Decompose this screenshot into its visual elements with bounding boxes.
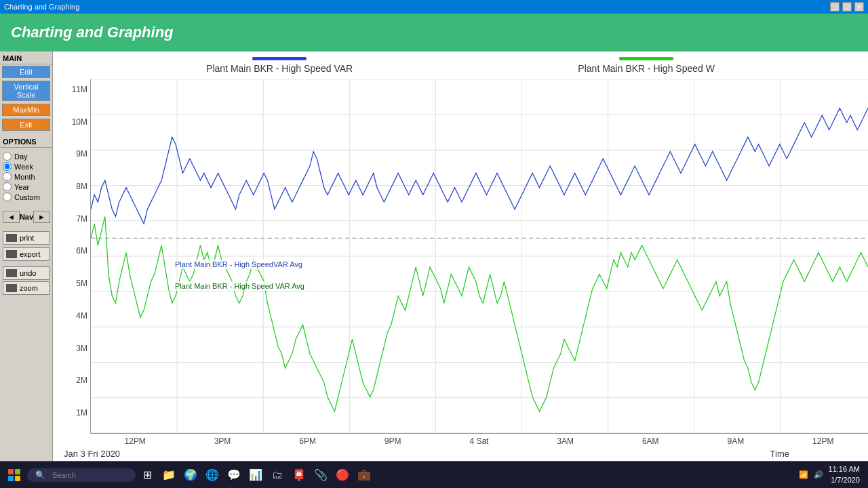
options-section-label: OPTIONS: [0, 135, 52, 148]
x-label-3am: 3AM: [557, 436, 574, 446]
edit-button[interactable]: Edit: [2, 66, 50, 78]
taskbar-teams-icon[interactable]: 💬: [224, 465, 244, 485]
radio-week-label: Week: [14, 163, 33, 171]
window-title: Charting and Graphing: [4, 3, 79, 11]
taskbar-edge-icon[interactable]: 🌍: [180, 465, 201, 485]
y-label-1m: 1M: [56, 408, 87, 418]
radio-custom-label: Custom: [14, 193, 40, 201]
taskbar-excel-icon[interactable]: 📊: [245, 465, 266, 485]
radio-custom[interactable]: Custom: [3, 192, 50, 201]
y-label-4m: 4M: [56, 311, 87, 321]
x-labels: 12PM 3PM 6PM 9PM 4 Sat 3AM 6AM 9AM 12PM: [90, 434, 868, 449]
x-label-6pm: 6PM: [299, 436, 316, 446]
clock-date: 1/7/2020: [829, 475, 860, 485]
taskbar-app3-icon[interactable]: 💼: [354, 465, 374, 485]
print-label: print: [20, 234, 34, 242]
export-label: export: [20, 250, 41, 258]
time-range-options: Day Week Month Year Custom: [0, 148, 52, 205]
search-placeholder: Search: [52, 471, 76, 479]
y-label-3m: 3M: [56, 344, 87, 353]
x-label-3pm: 3PM: [214, 436, 231, 446]
chart-inner: 11M 10M 9M 8M 7M 6M 5M 4M 3M 2M 1M: [53, 79, 868, 434]
y-axis: 11M 10M 9M 8M 7M 6M 5M 4M 3M 2M 1M: [53, 79, 90, 434]
undo-label: undo: [20, 269, 36, 277]
y-label-6m: 6M: [56, 246, 87, 256]
radio-week[interactable]: Week: [3, 162, 50, 171]
taskbar-app2-icon[interactable]: 📎: [311, 465, 331, 485]
x-bottom: Jan 3 Fri 2020 Time: [53, 449, 868, 459]
x-label-4sat: 4 Sat: [469, 436, 488, 446]
legend-series1: Plant Main BKR - High Speed VAR: [206, 57, 353, 74]
legend-series2-label: Plant Main BKR - High Speed W: [578, 63, 715, 74]
radio-year-input[interactable]: [3, 182, 12, 191]
export-button[interactable]: export: [3, 247, 50, 261]
taskbar-app1-icon[interactable]: 🗂: [267, 465, 288, 485]
date-label: Jan 3 Fri 2020: [64, 449, 120, 459]
radio-day-input[interactable]: [3, 152, 12, 161]
taskbar-search-bar[interactable]: 🔍 Search: [27, 468, 136, 482]
maxmin-button[interactable]: MaxMin: [2, 104, 50, 116]
radio-month[interactable]: Month: [3, 172, 50, 181]
legend-series2: Plant Main BKR - High Speed W: [578, 57, 715, 74]
nav-next-button[interactable]: ►: [33, 211, 50, 223]
window-controls: _ □ ✕: [830, 2, 864, 12]
app-title: Charting and Graphing: [11, 24, 174, 41]
chart-svg: [91, 79, 868, 433]
taskbar-outlook-icon[interactable]: 📮: [289, 465, 309, 485]
nav-bar: ◄ Nav ►: [0, 208, 52, 226]
radio-month-input[interactable]: [3, 172, 12, 181]
x-label-9am: 9AM: [728, 436, 745, 446]
undo-zoom-section: undo zoom: [0, 264, 52, 298]
radio-custom-input[interactable]: [3, 192, 12, 201]
nav-label: Nav: [20, 213, 33, 221]
maximize-button[interactable]: □: [842, 2, 852, 12]
chart-plot-area[interactable]: Plant Main BKR - High SpeedVAR Avg Plant…: [90, 79, 868, 434]
vertical-scale-button[interactable]: Vertical Scale: [2, 81, 50, 101]
radio-week-input[interactable]: [3, 162, 12, 171]
start-button[interactable]: [3, 466, 26, 484]
y-label-10m: 10M: [56, 117, 87, 127]
nav-prev-button[interactable]: ◄: [3, 211, 20, 223]
x-title: Time: [770, 449, 789, 459]
print-button[interactable]: print: [3, 231, 50, 245]
legend-series2-line: [619, 57, 673, 60]
close-button[interactable]: ✕: [854, 2, 864, 12]
taskbar-view-icon[interactable]: ⊞: [137, 465, 157, 485]
search-icon: 🔍: [35, 470, 45, 480]
x-label-12pm2: 12PM: [812, 436, 833, 446]
zoom-label: zoom: [20, 284, 38, 292]
x-axis: 12PM 3PM 6PM 9PM 4 Sat 3AM 6AM 9AM 12PM …: [53, 434, 868, 461]
taskbar: 🔍 Search ⊞ 📁 🌍 🌐 💬 📊 🗂 📮 📎 🔴 💼 📶 🔊 11:16…: [0, 461, 868, 488]
taskbar-acrobat-icon[interactable]: 🔴: [332, 465, 353, 485]
radio-day[interactable]: Day: [3, 152, 50, 161]
y-label-8m: 8M: [56, 182, 87, 191]
radio-year-label: Year: [14, 183, 29, 191]
taskbar-clock[interactable]: 11:16 AM 1/7/2020: [829, 464, 860, 485]
tray-network-icon: 📶: [799, 470, 808, 479]
main-section-label: MAIN: [0, 52, 52, 64]
minimize-button[interactable]: _: [830, 2, 840, 12]
chart-legends: Plant Main BKR - High Speed VAR Plant Ma…: [53, 52, 868, 79]
radio-day-label: Day: [14, 152, 28, 161]
zoom-button[interactable]: zoom: [3, 281, 50, 295]
undo-button[interactable]: undo: [3, 266, 50, 280]
y-label-7m: 7M: [56, 214, 87, 224]
legend-series1-line: [252, 57, 307, 60]
zoom-icon: [6, 284, 17, 292]
x-label-9pm: 9PM: [384, 436, 401, 446]
y-label-9m: 9M: [56, 149, 87, 159]
y-label-11m: 11M: [56, 85, 87, 94]
undo-icon: [6, 269, 17, 277]
taskbar-tray: 📶 🔊 11:16 AM 1/7/2020: [793, 464, 865, 485]
exit-button[interactable]: Exit: [2, 119, 50, 131]
x-label-6am: 6AM: [642, 436, 659, 446]
export-icon: [6, 250, 17, 258]
main-layout: MAIN Edit Vertical Scale MaxMin Exit OPT…: [0, 52, 868, 461]
x-label-12pm: 12PM: [124, 436, 145, 446]
radio-year[interactable]: Year: [3, 182, 50, 191]
tray-volume-icon: 🔊: [814, 470, 823, 479]
taskbar-chrome-icon[interactable]: 🌐: [202, 465, 222, 485]
clock-time: 11:16 AM: [829, 464, 860, 474]
taskbar-folder-icon[interactable]: 📁: [159, 465, 179, 485]
print-export-section: print export: [0, 228, 52, 264]
